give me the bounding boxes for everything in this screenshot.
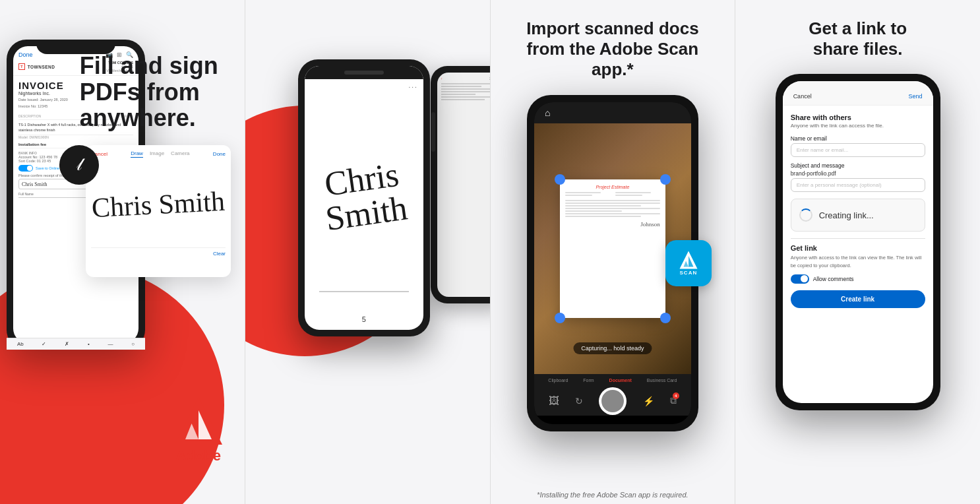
share-with-others-desc: Anyone with the link can access the file… — [791, 123, 925, 129]
scan-panel-title: Import scanned docs from the Adobe Scan … — [491, 0, 735, 88]
subject-label: Subject and message — [791, 162, 925, 169]
get-link-section: Get link Anyone with access to the link … — [791, 244, 925, 308]
share-content-area: Share with others Anyone with the link c… — [783, 106, 933, 316]
signature-icon: 𝓁 — [59, 145, 99, 185]
hold-steady-badge: Capturing... hold steady — [573, 342, 652, 354]
sort-code: Sort Code: 01 23 45 — [18, 159, 57, 163]
scan-phone-wrapper: ⌂ Project Estimate — [491, 95, 735, 431]
signature-value: Chris Smith — [22, 181, 47, 187]
toolbar-ab[interactable]: Ab — [17, 341, 24, 343]
pdf-nav-phone: ↑ 3679 • — [431, 66, 490, 303]
corner-br — [660, 313, 671, 323]
home-icon: ⌂ — [545, 108, 550, 118]
sig-draw-tab[interactable]: Draw — [131, 150, 143, 158]
gallery-icon[interactable]: 🖼 — [549, 395, 559, 407]
get-link-title: Get link — [791, 244, 925, 252]
toolbar-check[interactable]: ✓ — [42, 341, 46, 343]
adobe-icon — [172, 394, 225, 447]
tab-form[interactable]: Form — [583, 378, 594, 383]
creating-link-text: Creating link... — [819, 210, 874, 220]
invoice-done-btn[interactable]: Done — [18, 51, 33, 58]
shutter-inner — [601, 390, 624, 412]
handwriting-display: Chris Smith — [91, 185, 226, 224]
flash-icon[interactable]: ⚡ — [643, 396, 654, 406]
sig-clear-btn[interactable]: Clear — [213, 251, 226, 257]
save-toggle-label: Save to Online — [36, 166, 59, 170]
panel1-fill-sign: Done 📷 ⊞ 🔍 T TOWNSEND TOM C — [0, 0, 245, 504]
adobe-scan-badge: SCAN — [665, 240, 712, 286]
townsend-logo: T — [18, 63, 25, 70]
panel4-share-link: Get a link to share files. Cancel Send S… — [735, 0, 980, 504]
tab-business-card[interactable]: Business Card — [647, 378, 677, 383]
allow-comments-toggle[interactable] — [791, 274, 809, 284]
tab-clipboard[interactable]: Clipboard — [548, 378, 568, 383]
name-email-label: Name or email — [791, 135, 925, 142]
sig-camera-tab[interactable]: Camera — [171, 150, 189, 158]
scan-footnote: *Installing the free Adobe Scan app is r… — [491, 486, 735, 504]
adobe-text: Adobe — [176, 447, 221, 464]
allow-comments-row: Allow comments — [791, 274, 925, 284]
scan-document-overlay: Project Estimate — [560, 179, 665, 318]
toolbar-x[interactable]: ✗ — [65, 341, 69, 343]
toolbar-circle[interactable]: ○ — [131, 341, 135, 343]
toolbar-dash[interactable]: — — [107, 341, 113, 343]
corner-tl — [555, 174, 565, 185]
sig-image-tab[interactable]: Image — [150, 150, 164, 158]
company-name: TOWNSEND — [28, 65, 55, 69]
share-cancel-btn[interactable]: Cancel — [793, 93, 812, 100]
scan-doc-signature: Johnson — [640, 221, 660, 228]
share-panel-title: Get a link to share files. — [735, 0, 980, 67]
toolbar-dot[interactable]: • — [88, 341, 90, 343]
get-link-desc: Anyone with access to the link can view … — [791, 254, 925, 269]
corner-tr — [660, 174, 671, 185]
signature-draw-panel: Cancel Draw Image Camera Done Chris Smit… — [86, 145, 231, 277]
main-signature: Chris Smith — [308, 156, 419, 238]
name-email-input[interactable]: Enter name or email... — [791, 143, 925, 157]
share-phone: Cancel Send Share with others Anyone wit… — [776, 74, 940, 410]
share-with-others-title: Share with others — [791, 113, 925, 121]
share-top-bar: Cancel Send — [783, 81, 933, 106]
allow-comments-label: Allow comments — [813, 276, 854, 282]
desc-header: DESCRIPTION — [18, 114, 41, 118]
signature-phone: ... Chris Smith 5 — [298, 59, 430, 336]
save-toggle[interactable] — [18, 165, 33, 172]
layers-icon[interactable]: ⧉ 4 — [670, 395, 677, 406]
signature-drawing-area[interactable]: Chris Smith — [91, 162, 226, 247]
share-phone-screen: Cancel Send Share with others Anyone wit… — [783, 81, 933, 403]
shutter-button[interactable] — [599, 387, 627, 415]
scan-top-bar: ⌂ — [534, 102, 691, 123]
sig-done-btn[interactable]: Done — [213, 151, 226, 157]
sig-icon-letter: 𝓁 — [77, 155, 82, 175]
creating-link-box: Creating link... — [791, 199, 925, 232]
panel2-fill-sign-right: ... Chris Smith 5 ↑ 367 — [245, 0, 490, 504]
scan-doc-title: Project Estimate — [565, 185, 660, 189]
adobe-logo-area: Adobe — [172, 394, 225, 464]
tab-document[interactable]: Document — [609, 378, 632, 383]
scan-tabs-bar: Clipboard Form Document Business Card — [534, 374, 691, 387]
create-link-btn[interactable]: Create link — [791, 290, 925, 308]
scan-phone: ⌂ Project Estimate — [527, 95, 698, 431]
scan-badge-text: SCAN — [680, 270, 698, 276]
share-send-btn[interactable]: Send — [909, 93, 923, 100]
share-phone-wrapper: Cancel Send Share with others Anyone wit… — [735, 74, 980, 410]
message-input[interactable]: Enter a personal message (optional) — [791, 178, 925, 192]
divider-share — [791, 238, 925, 239]
fill-sign-heading: Fill and sign PDFs from anywhere. — [80, 53, 225, 131]
rotate-icon[interactable]: ↻ — [575, 396, 583, 406]
scan-bottom-controls: 🖼 ↻ ⚡ ⧉ 4 — [534, 387, 691, 416]
invoice-model: Model: DWN81900N — [18, 135, 133, 139]
loading-spinner — [799, 208, 812, 222]
subject-value: brand-portfolio.pdf — [791, 170, 925, 177]
scan-adobe-icon — [679, 250, 698, 270]
panel3-adobe-scan: Import scanned docs from the Adobe Scan … — [491, 0, 735, 504]
corner-bl — [555, 313, 565, 323]
full-name-label: Full Name — [18, 192, 34, 196]
